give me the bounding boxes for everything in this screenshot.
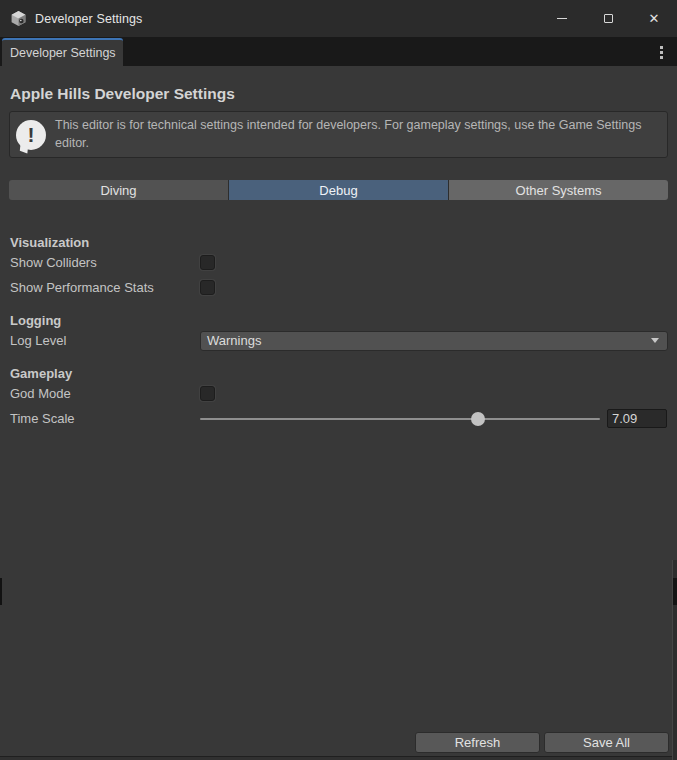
chevron-down-icon	[651, 338, 659, 343]
log-level-label: Log Level	[10, 333, 200, 348]
window-bottom-edge	[0, 756, 677, 760]
show-colliders-label: Show Colliders	[10, 255, 200, 270]
show-performance-stats-checkbox[interactable]	[200, 280, 215, 295]
section-gameplay: Gameplay	[9, 366, 668, 381]
tab-other-systems[interactable]: Other Systems	[449, 180, 668, 200]
developer-settings-window: Developer Settings ✕ Developer Settings …	[0, 0, 677, 760]
time-scale-row: Time Scale 7.09	[9, 406, 668, 431]
resize-notch-left	[0, 578, 2, 605]
tab-diving[interactable]: Diving	[9, 180, 229, 200]
titlebar[interactable]: Developer Settings ✕	[0, 0, 677, 37]
show-colliders-checkbox[interactable]	[200, 255, 215, 270]
time-scale-slider-thumb[interactable]	[471, 412, 485, 426]
section-visualization: Visualization	[9, 235, 668, 250]
god-mode-row: God Mode	[9, 381, 668, 406]
time-scale-label: Time Scale	[10, 411, 200, 426]
show-colliders-row: Show Colliders	[9, 250, 668, 275]
time-scale-value-field[interactable]: 7.09	[607, 409, 667, 428]
unity-cube-icon	[10, 10, 27, 27]
god-mode-label: God Mode	[10, 386, 200, 401]
close-button[interactable]: ✕	[631, 0, 677, 37]
info-icon: !	[16, 120, 46, 150]
maximize-button[interactable]	[585, 0, 631, 37]
save-all-button[interactable]: Save All	[544, 732, 669, 753]
tab-debug[interactable]: Debug	[229, 180, 449, 200]
minimize-button[interactable]	[539, 0, 585, 37]
log-level-dropdown[interactable]: Warnings	[200, 331, 668, 351]
god-mode-checkbox[interactable]	[200, 386, 215, 401]
tab-bar: Developer Settings	[0, 37, 677, 66]
slider-track	[200, 418, 600, 420]
window-title: Developer Settings	[35, 12, 142, 26]
close-icon: ✕	[649, 12, 660, 25]
kebab-menu-icon[interactable]	[658, 44, 665, 61]
info-box: ! This editor is for technical settings …	[9, 111, 668, 158]
minimize-icon	[557, 18, 567, 19]
show-performance-stats-row: Show Performance Stats	[9, 275, 668, 300]
section-logging: Logging	[9, 313, 668, 328]
refresh-button[interactable]: Refresh	[415, 732, 540, 753]
show-performance-stats-label: Show Performance Stats	[10, 280, 200, 295]
maximize-icon	[604, 14, 613, 23]
time-scale-slider[interactable]	[200, 409, 600, 429]
tab-developer-settings[interactable]: Developer Settings	[2, 38, 123, 66]
log-level-value: Warnings	[207, 333, 261, 348]
window-controls: ✕	[539, 0, 677, 37]
tab-label: Developer Settings	[10, 46, 116, 60]
settings-panel: Apple Hills Developer Settings ! This ed…	[0, 85, 677, 431]
footer-actions: Refresh Save All	[415, 732, 669, 753]
resize-notch-right	[673, 578, 677, 605]
category-toolbar: Diving Debug Other Systems	[9, 180, 668, 200]
page-title: Apple Hills Developer Settings	[10, 85, 667, 103]
info-text: This editor is for technical settings in…	[55, 117, 645, 152]
log-level-row: Log Level Warnings	[9, 328, 668, 353]
